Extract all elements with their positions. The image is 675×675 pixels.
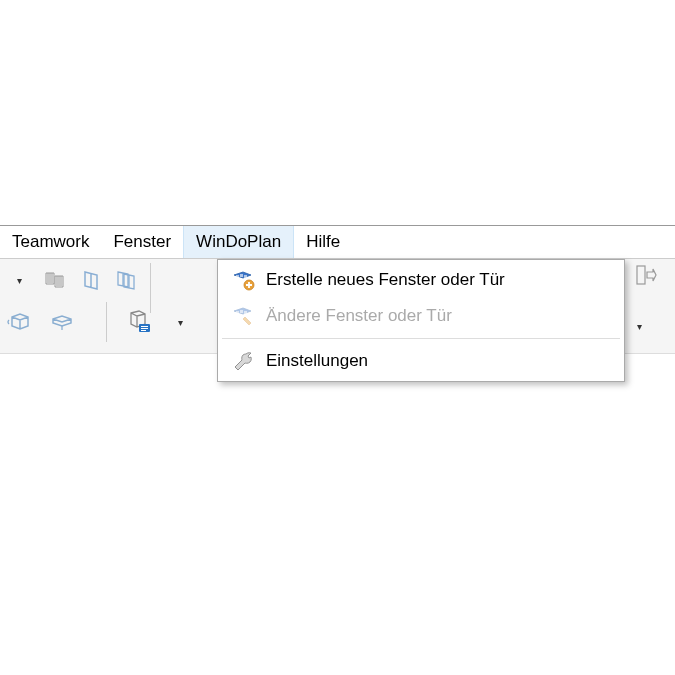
menu-fenster[interactable]: Fenster (101, 226, 183, 258)
window-icon (79, 269, 101, 291)
shape-icon (49, 311, 75, 333)
box-3d-icon (7, 310, 33, 334)
menu-separator (222, 338, 620, 339)
toolbar-separator-2 (106, 302, 107, 342)
svg-rect-10 (244, 311, 247, 314)
menu-item-create-window-door[interactable]: Erstelle neues Fenster oder Tür (220, 262, 622, 298)
svg-rect-8 (236, 311, 239, 314)
toolbar-lower-row: ▾ (0, 302, 197, 342)
menu-windoplan[interactable]: WinDoPlan (183, 226, 294, 258)
svg-rect-1 (141, 326, 148, 327)
create-window-icon (228, 265, 258, 295)
windoplan-dropdown-menu: Erstelle neues Fenster oder Tür Ändere F… (217, 259, 625, 382)
menu-teamwork[interactable]: Teamwork (0, 226, 101, 258)
window-tool-icon[interactable] (74, 264, 106, 296)
window-multi-icon (114, 269, 138, 291)
menu-item-label: Einstellungen (266, 351, 368, 371)
menu-item-settings[interactable]: Einstellungen (220, 343, 622, 379)
window-multi-icon[interactable] (110, 264, 142, 296)
modify-window-icon (228, 301, 258, 331)
toolbar-section-1: ▾ (0, 259, 144, 299)
menu-hilfe[interactable]: Hilfe (294, 226, 352, 258)
chevron-down-icon: ▾ (637, 321, 642, 332)
arrow-panel-icon (635, 264, 657, 286)
svg-rect-3 (141, 330, 146, 331)
panel-icon (42, 270, 66, 290)
menu-bar: Teamwork Fenster WinDoPlan Hilfe (0, 225, 675, 259)
document-tool-icon[interactable] (119, 306, 159, 338)
wrench-icon (228, 346, 258, 376)
right-toolbar-button[interactable] (635, 264, 657, 286)
chevron-down-icon: ▾ (178, 317, 183, 328)
menu-item-label: Erstelle neues Fenster oder Tür (266, 270, 505, 290)
svg-rect-2 (141, 328, 148, 329)
shape-3d-icon[interactable] (46, 306, 78, 338)
svg-rect-5 (240, 274, 243, 277)
svg-rect-11 (637, 266, 645, 284)
svg-rect-6 (244, 275, 247, 278)
svg-rect-9 (240, 310, 243, 313)
svg-rect-4 (236, 275, 239, 278)
doc-box-icon (125, 309, 153, 335)
chevron-down-icon: ▾ (17, 275, 22, 286)
dropdown-button-2[interactable]: ▾ (163, 306, 195, 338)
right-dropdown-arrow[interactable]: ▾ (635, 316, 642, 334)
box-3d-icon[interactable] (4, 306, 36, 338)
menu-item-label: Ändere Fenster oder Tür (266, 306, 452, 326)
menu-item-modify-window-door: Ändere Fenster oder Tür (220, 298, 622, 334)
dropdown-button-1[interactable]: ▾ (2, 264, 34, 296)
panel-icon-1[interactable] (38, 264, 70, 296)
